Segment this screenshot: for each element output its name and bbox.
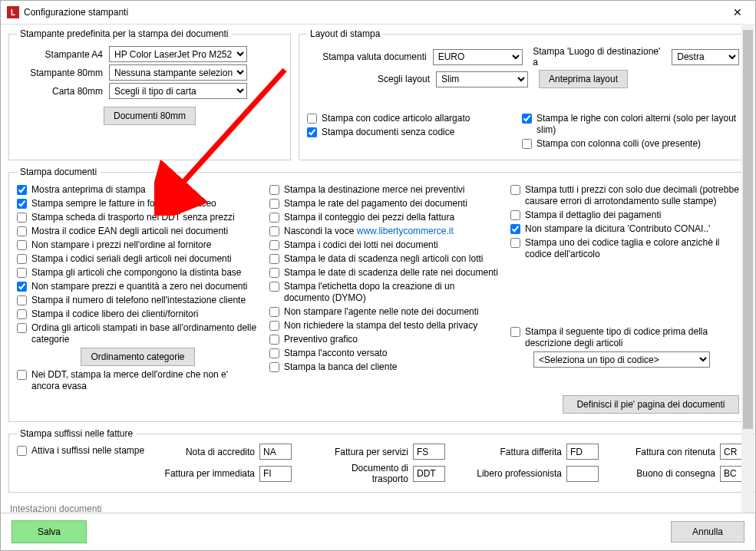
- l-fs: Fattura per servizi: [316, 447, 408, 457]
- titlebar: L Configurazione stampanti ✕: [1, 1, 755, 25]
- cut-heading: Intestazioni documenti: [8, 499, 748, 513]
- docs-c1-3[interactable]: Mostra il codice EAN degli articoli nei …: [17, 226, 259, 237]
- docs-col2: Stampa la destinazione merce nei prevent…: [269, 182, 500, 414]
- i-na[interactable]: [259, 444, 292, 460]
- group-layout: Layout di stampa Stampa valuta documenti…: [299, 28, 748, 160]
- select-dest[interactable]: Destra: [672, 49, 739, 65]
- cancel-button[interactable]: Annulla: [671, 521, 744, 543]
- docs-c1-10[interactable]: Ordina gli articoli stampati in base all…: [17, 322, 259, 345]
- label-paper80: Carta 80mm: [17, 86, 109, 97]
- docs-c1-4[interactable]: Non stampare i prezzi nell'ordine al for…: [17, 239, 259, 251]
- docs-c2b-2[interactable]: Stampa le date di scadenza delle rate ne…: [269, 267, 500, 279]
- docs-c3-3[interactable]: Stampa uno dei codice taglia e colore an…: [510, 237, 739, 260]
- legend-suffix: Stampa suffissi nelle fatture: [17, 428, 136, 439]
- docs-c1-0[interactable]: Mostra anteprima di stampa: [17, 184, 259, 196]
- legend-layout: Layout di stampa: [307, 28, 383, 39]
- group-docs: Stampa documenti Mostra anteprima di sta…: [8, 167, 748, 422]
- label-currency: Stampa valuta documenti: [307, 51, 433, 62]
- docs-c1-last[interactable]: Nei DDT, stampa la merce dell'ordine che…: [17, 369, 259, 392]
- select-a4[interactable]: HP Color LaserJet Pro M252 P: [109, 46, 247, 62]
- group-suffix: Stampa suffissi nelle fatture Attiva i s…: [8, 428, 755, 493]
- label-dest: Stampa 'Luogo di destinazione' a: [533, 46, 664, 68]
- docs-c2a-2[interactable]: Stampa il conteggio dei pezzi della fatt…: [269, 212, 500, 223]
- docs-hide-liberty[interactable]: Nascondi la voce www.libertycommerce.it: [269, 226, 500, 237]
- docs-c1-1[interactable]: Stampa sempre le fatture in formato cart…: [17, 198, 259, 210]
- cb-alt-rows[interactable]: Stampa le righe con colori alterni (solo…: [522, 113, 739, 136]
- docs-c3-2[interactable]: Non stampare la dicitura 'Contributo CON…: [510, 223, 739, 235]
- app-icon: L: [7, 6, 19, 18]
- label-layout: Scegli layout: [307, 74, 436, 84]
- i-fi[interactable]: [259, 466, 292, 482]
- docs-c2b-4[interactable]: Non stampare l'agente nelle note dei doc…: [269, 306, 500, 318]
- label-a4: Stampante A4: [17, 49, 109, 60]
- save-button[interactable]: Salva: [12, 520, 87, 543]
- docs-c2a-1[interactable]: Stampa le rate del pagamento dei documen…: [269, 198, 500, 210]
- scrollbar[interactable]: [741, 24, 754, 513]
- l-ddt: Documento di trasporto: [316, 463, 408, 484]
- l-cr: Fattura con ritenuta: [623, 447, 715, 457]
- body: Stampante predefinita per la stampa dei …: [1, 24, 755, 513]
- select-currency[interactable]: EURO: [433, 49, 523, 65]
- docs-c1-9[interactable]: Stampa il codice libero dei clienti/forn…: [17, 308, 259, 320]
- l-fi: Fattura per immediata: [163, 468, 255, 479]
- legend-default-printer: Stampante predefinita per la stampa dei …: [17, 28, 232, 39]
- preview-layout-button[interactable]: Anteprima layout: [539, 70, 628, 88]
- docs-c2b-5[interactable]: Non richiedere la stampa del testo della…: [269, 320, 500, 332]
- docs-col3: Stampa tutti i prezzi con solo due decim…: [510, 182, 739, 414]
- docs80-button[interactable]: Documenti 80mm: [104, 107, 196, 125]
- docs-c2b-7[interactable]: Stampa l'acconto versato: [269, 348, 500, 359]
- docs-c2b-8[interactable]: Stampa la banca del cliente: [269, 361, 500, 373]
- cb-no-code[interactable]: Stampa documenti senza codice: [307, 127, 499, 138]
- i-ddt[interactable]: [413, 466, 445, 482]
- docs-c3-1[interactable]: Stampa il dettaglio dei pagamenti: [510, 210, 739, 221]
- i-fs[interactable]: [413, 444, 445, 460]
- scrollbar-thumb[interactable]: [743, 30, 753, 429]
- close-button[interactable]: ✕: [720, 1, 755, 24]
- cb-colli[interactable]: Stampa con colonna colli (ove presente): [522, 138, 739, 150]
- docs-c1-6[interactable]: Stampa gli articoli che compongono la di…: [17, 267, 259, 279]
- docs-c1-8[interactable]: Stampa il numero di telefono nell'intest…: [17, 295, 259, 306]
- docs-code-type-cb[interactable]: Stampa il seguente tipo di codice prima …: [510, 326, 739, 349]
- i-fd[interactable]: [566, 444, 599, 460]
- docs-c3-0[interactable]: Stampa tutti i prezzi con solo due decim…: [510, 184, 739, 207]
- l-lp: Libero professionista: [470, 468, 562, 479]
- select-layout[interactable]: Slim: [436, 71, 528, 87]
- l-na: Nota di accredito: [163, 447, 255, 457]
- label-80: Stampante 80mm: [17, 68, 109, 78]
- docs-c1-2[interactable]: Stampa scheda di trasporto nei DDT senza…: [17, 212, 259, 223]
- docs-c2b-6[interactable]: Preventivo grafico: [269, 334, 500, 345]
- select-paper80[interactable]: Scegli il tipo di carta: [109, 83, 247, 99]
- group-default-printer: Stampante predefinita per la stampa dei …: [8, 28, 291, 160]
- select-code-type[interactable]: <Seleziona un tipo di codice>: [533, 351, 710, 368]
- l-fd: Fattura differita: [470, 447, 562, 457]
- docs-c2a-0[interactable]: Stampa la destinazione merce nei prevent…: [269, 184, 500, 196]
- docs-c1-5[interactable]: Stampa i codici seriali degli articoli n…: [17, 253, 259, 265]
- cb-wide-code[interactable]: Stampa con codice articolo allargato: [307, 113, 499, 124]
- i-lp[interactable]: [566, 466, 599, 482]
- liberty-link[interactable]: www.libertycommerce.it: [357, 226, 454, 236]
- define-footer-button[interactable]: Definisci il pie' pagina dei documenti: [563, 395, 739, 414]
- window: L Configurazione stampanti ✕ Stampante p…: [0, 0, 756, 551]
- docs-c2b-0[interactable]: Stampa i codici dei lotti nei documenti: [269, 239, 500, 251]
- cb-enable-suffix[interactable]: Attiva i suffissi nelle stampe: [17, 445, 147, 457]
- select-80[interactable]: Nessuna stampante selezionat: [109, 64, 247, 81]
- order-categories-button[interactable]: Ordinamento categorie: [81, 348, 194, 366]
- docs-col1: Mostra anteprima di stampaStampa sempre …: [17, 182, 259, 414]
- docs-c2b-1[interactable]: Stampa le data di scadenza negli articol…: [269, 253, 500, 265]
- footer: Salva Annulla: [1, 513, 755, 550]
- docs-c1-7[interactable]: Non stampare prezzi e quantità a zero ne…: [17, 281, 259, 292]
- l-bc: Buono di consegna: [623, 468, 715, 479]
- legend-docs: Stampa documenti: [17, 167, 100, 177]
- docs-c2b-3[interactable]: Stampa l'etichetta dopo la creazione di …: [269, 281, 500, 304]
- window-title: Configurazione stampanti: [24, 7, 128, 18]
